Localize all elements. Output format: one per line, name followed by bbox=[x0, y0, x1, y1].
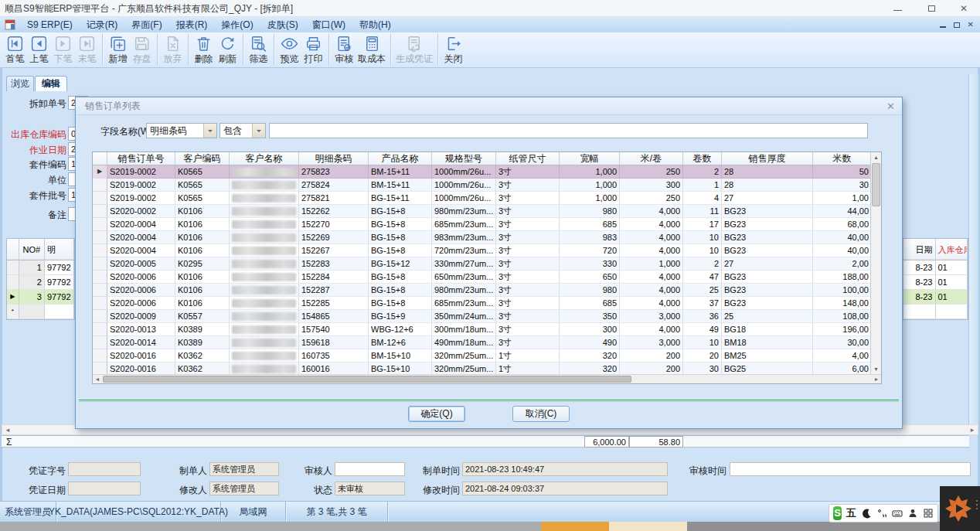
table-row[interactable]: 8-2301 bbox=[903, 290, 968, 305]
table-row[interactable]: S2020-0005K0295152283BG-15+12330mm/27um.… bbox=[93, 257, 881, 271]
column-header-5[interactable]: 规格型号 bbox=[432, 152, 496, 165]
mdi-minimize-icon[interactable] bbox=[940, 26, 946, 28]
table-row[interactable]: S2019-0002K0565275821BG-15+111000mm/26u.… bbox=[93, 192, 881, 205]
column-header-10[interactable]: 销售厚度 bbox=[722, 152, 813, 165]
scroll-right-icon[interactable]: ▸ bbox=[967, 425, 978, 434]
toolbar-button-cost[interactable]: 取成本 bbox=[356, 33, 387, 65]
toolbar-button-first-record[interactable]: 首笔 bbox=[3, 33, 27, 65]
column-header-6[interactable]: 纸管尺寸 bbox=[496, 152, 560, 165]
main-vertical-scrollbar[interactable] bbox=[968, 74, 978, 430]
scroll-left-icon[interactable]: ◂ bbox=[93, 375, 102, 383]
operator-select[interactable]: 包含 bbox=[219, 123, 266, 138]
column-header-0[interactable]: 销售订单号 bbox=[107, 152, 175, 165]
table-row[interactable]: S2019-0002K0565275824BM-15+111000mm/26u.… bbox=[93, 179, 881, 192]
column-header-11[interactable]: 米数 bbox=[813, 152, 872, 165]
ime-mode-wubi[interactable]: 五 bbox=[846, 506, 856, 520]
scroll-left-icon[interactable]: ◂ bbox=[2, 425, 13, 434]
toolbar-button-exit[interactable]: 关闭 bbox=[441, 33, 465, 65]
grid-horizontal-scrollbar[interactable]: ◂ ▸ bbox=[93, 374, 881, 383]
column-header-date[interactable]: 日期 bbox=[903, 239, 936, 260]
table-row[interactable] bbox=[903, 305, 968, 319]
close-icon[interactable]: ✕ bbox=[952, 0, 975, 17]
column-header-1[interactable]: 客户编码 bbox=[175, 152, 230, 165]
table-row[interactable]: S2020-0016K0362160735BM-15+10320mm/25um.… bbox=[93, 349, 881, 363]
table-row[interactable]: S2020-0004K0106152267BG-15+8720mm/23um..… bbox=[93, 244, 881, 257]
voucher-no-field[interactable] bbox=[68, 462, 141, 476]
grid-icon[interactable] bbox=[923, 508, 934, 519]
table-row[interactable]: S2020-0014K0389159618BM-12+6490mm/18um..… bbox=[93, 336, 881, 349]
table-row[interactable]: 8-2301 bbox=[903, 260, 968, 275]
sogou-icon[interactable]: S bbox=[833, 506, 842, 520]
menu-item-6[interactable]: 窗口(W) bbox=[305, 17, 352, 32]
mdi-close-icon[interactable]: ✕ bbox=[968, 17, 974, 32]
tab-edit[interactable]: 编辑 bbox=[35, 76, 67, 91]
person-icon[interactable] bbox=[907, 508, 918, 519]
table-row[interactable]: S2020-0004K0106152270BG-15+8685mm/23um..… bbox=[93, 218, 881, 231]
menu-item-4[interactable]: 操作(O) bbox=[214, 17, 260, 32]
table-row[interactable]: ▶S2019-0002K0565275823BM-15+111000mm/26u… bbox=[93, 165, 881, 179]
column-header-9[interactable]: 卷数 bbox=[683, 152, 722, 165]
column-header-no[interactable]: NO# bbox=[19, 239, 45, 260]
mdi-restore-icon[interactable] bbox=[954, 22, 960, 28]
toolbar-button-prev-record[interactable]: 上笔 bbox=[27, 33, 51, 65]
cancel-button[interactable]: 取消(C) bbox=[512, 406, 570, 422]
toolbar-button-audit[interactable]: 审核 bbox=[332, 33, 356, 65]
table-row[interactable]: 197792 bbox=[7, 260, 74, 275]
menu-item-7[interactable]: 帮助(H) bbox=[352, 17, 398, 32]
cell: 1,00 bbox=[813, 192, 872, 205]
scrollbar-thumb[interactable] bbox=[103, 376, 631, 383]
app-badge[interactable] bbox=[940, 486, 980, 531]
redacted-customer-name bbox=[232, 168, 296, 176]
scrollbar-thumb[interactable] bbox=[872, 163, 880, 206]
chevron-down-icon[interactable] bbox=[203, 124, 216, 138]
table-row[interactable]: 8-2301 bbox=[903, 275, 968, 290]
column-header-4[interactable]: 产品名称 bbox=[369, 152, 432, 165]
moon-icon[interactable] bbox=[861, 508, 872, 519]
scroll-up-icon[interactable]: ▴ bbox=[871, 152, 881, 162]
toolbar-button-refresh[interactable]: 刷新 bbox=[216, 33, 240, 65]
column-header-detail[interactable]: 明 bbox=[45, 239, 74, 260]
table-row[interactable]: S2020-0004K0106152269BG-15+8983mm/23um..… bbox=[93, 231, 881, 244]
cell: 152269 bbox=[299, 231, 369, 244]
table-row[interactable]: ▶397792 bbox=[7, 290, 74, 305]
minimize-icon[interactable] bbox=[886, 0, 909, 17]
table-row[interactable]: S2020-0009K0557154865BG-15+9350mm/24um..… bbox=[93, 310, 881, 323]
dialog-close-icon[interactable]: ✕ bbox=[886, 97, 895, 115]
cost-icon bbox=[362, 34, 382, 53]
restore-icon[interactable] bbox=[920, 0, 943, 17]
toolbar-button-preview[interactable]: 预览 bbox=[277, 33, 301, 65]
tab-browse[interactable]: 浏览 bbox=[6, 76, 34, 91]
toolbar-button-add[interactable]: 新增 bbox=[106, 33, 130, 65]
table-row[interactable]: S2020-0013K0389157540WBG-12+6300mm/18um.… bbox=[93, 323, 881, 336]
toolbar-button-delete[interactable]: 删除 bbox=[192, 33, 216, 65]
toolbar-button-print[interactable]: 打印 bbox=[301, 33, 325, 65]
toolbar-button-filter[interactable]: 筛选 bbox=[247, 33, 271, 65]
table-row[interactable]: S2020-0002K0106152262BG-15+8980mm/23um..… bbox=[93, 205, 881, 218]
punctuation-icon[interactable] bbox=[876, 508, 887, 519]
keyboard-icon[interactable] bbox=[892, 508, 903, 519]
column-header-warehouse[interactable]: 入库仓库 bbox=[936, 239, 968, 260]
cell bbox=[230, 297, 299, 310]
scroll-down-icon[interactable]: ▾ bbox=[871, 364, 881, 374]
table-row[interactable]: S2020-0006K0106152287BG-15+8980mm/23um..… bbox=[93, 284, 881, 297]
column-header-8[interactable]: 米/卷 bbox=[620, 152, 683, 165]
menu-item-1[interactable]: 记录(R) bbox=[80, 17, 125, 32]
column-header-2[interactable]: 客户名称 bbox=[230, 152, 299, 165]
menu-item-3[interactable]: 报表(R) bbox=[169, 17, 215, 32]
field-select[interactable]: 明细条码 bbox=[146, 123, 217, 138]
voucher-date-field[interactable] bbox=[68, 482, 141, 495]
chevron-down-icon[interactable] bbox=[252, 124, 265, 138]
table-row[interactable]: S2020-0006K0106152284BG-15+8650mm/23um..… bbox=[93, 271, 881, 284]
menu-item-0[interactable]: S9 ERP(E) bbox=[20, 17, 80, 32]
table-row[interactable]: 297792 bbox=[7, 275, 74, 290]
search-input[interactable] bbox=[269, 123, 868, 138]
ok-button[interactable]: 确定(Q) bbox=[408, 406, 465, 422]
table-row[interactable]: S2020-0006K0106152285BG-15+8685mm/23um..… bbox=[93, 297, 881, 310]
grid-vertical-scrollbar[interactable]: ▴ ▾ bbox=[870, 152, 881, 374]
menu-item-5[interactable]: 皮肤(S) bbox=[260, 17, 305, 32]
menu-item-2[interactable]: 界面(F) bbox=[124, 17, 168, 32]
column-header-7[interactable]: 宽幅 bbox=[560, 152, 620, 165]
scroll-right-icon[interactable]: ▸ bbox=[872, 375, 881, 383]
table-row[interactable]: * bbox=[7, 305, 74, 319]
column-header-3[interactable]: 明细条码 bbox=[299, 152, 369, 165]
